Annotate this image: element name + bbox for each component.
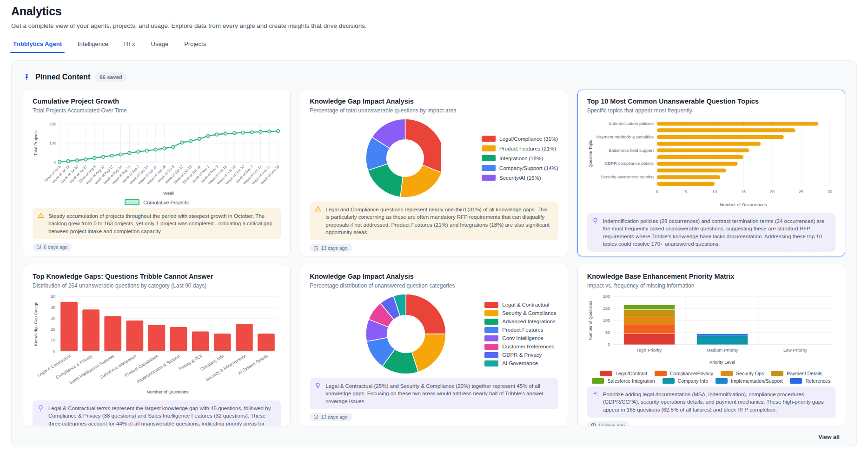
svg-text:Implementation & Support: Implementation & Support bbox=[136, 353, 181, 384]
svg-text:GDPR compliance details: GDPR compliance details bbox=[604, 161, 654, 166]
chart-legend: Legal/ContractCompliance/PrivacySecurity… bbox=[587, 371, 835, 384]
tab-usage[interactable]: Usage bbox=[151, 40, 169, 53]
svg-text:Question Topic: Question Topic bbox=[588, 140, 593, 168]
view-button[interactable] bbox=[783, 255, 798, 256]
timestamp-badge: 13 days ago bbox=[310, 413, 352, 421]
insight-text: Steady accumulation of projects througho… bbox=[48, 213, 272, 234]
pinned-content-panel: Pinned Content 66 saved Cumulative Proje… bbox=[11, 60, 857, 447]
svg-text:0: 0 bbox=[608, 342, 610, 347]
tab-intelligence[interactable]: Intelligence bbox=[78, 40, 108, 53]
timestamp-badge: 13 days ago bbox=[310, 244, 352, 252]
insight-text: Legal and Compliance questions represent… bbox=[325, 207, 549, 235]
bar-chart: 01020304050Legal & ContractualCompliance… bbox=[33, 293, 281, 398]
svg-text:25: 25 bbox=[799, 190, 803, 194]
donut-chart: Legal & ContractualSecurity & Compliance… bbox=[310, 293, 558, 375]
svg-text:Total Projects: Total Projects bbox=[33, 130, 38, 156]
card-footer: 13 days ago bbox=[310, 240, 558, 252]
card-subtitle: Distribution of 264 unanswerable questio… bbox=[33, 282, 281, 289]
svg-text:Low Priority: Low Priority bbox=[783, 347, 807, 353]
card-subtitle: Impact vs. frequency of missing informat… bbox=[587, 282, 835, 289]
svg-text:100: 100 bbox=[603, 318, 610, 323]
saved-count-badge: 66 saved bbox=[95, 72, 127, 82]
svg-text:200: 200 bbox=[49, 122, 56, 126]
insight-box: Prioritize adding legal documentation (M… bbox=[587, 386, 835, 418]
svg-text:Number of Questions: Number of Questions bbox=[147, 389, 189, 394]
lightbulb-icon bbox=[592, 217, 598, 226]
svg-text:0: 0 bbox=[656, 190, 658, 194]
tab-bar: Tribblytics Agent Intelligence RFx Usage… bbox=[11, 40, 857, 53]
svg-text:200: 200 bbox=[603, 294, 610, 299]
pinned-cards-grid: Cumulative Project Growth Total Projects… bbox=[23, 90, 845, 426]
card-actions bbox=[783, 255, 835, 256]
svg-text:30: 30 bbox=[51, 316, 55, 321]
insight-box: Indemnification policies (28 occurrences… bbox=[587, 213, 835, 252]
card-title: Knowledge Base Enhancement Priority Matr… bbox=[587, 273, 835, 280]
clock-icon bbox=[36, 244, 41, 249]
svg-text:High Priority: High Priority bbox=[636, 347, 661, 353]
clock-icon bbox=[591, 423, 596, 426]
card-subtitle: Percentage of total unanswerable questio… bbox=[310, 107, 558, 114]
card-knowledge-gap-impact-2: Knowledge Gap Impact Analysis Percentage… bbox=[300, 265, 568, 426]
analytics-page: Analytics Get a complete view of your ag… bbox=[0, 0, 868, 447]
card-top-knowledge-gaps: Top Knowledge Gaps: Questions Tribble Ca… bbox=[23, 265, 291, 426]
card-footer: 13 days ago bbox=[587, 252, 835, 256]
svg-text:100: 100 bbox=[49, 141, 56, 145]
tab-tribblytics-agent[interactable]: Tribblytics Agent bbox=[13, 40, 62, 53]
insight-text: Indemnification policies (28 occurrences… bbox=[603, 218, 824, 247]
clock-icon bbox=[313, 414, 318, 419]
chart-legend: Legal & ContractualSecurity & Compliance… bbox=[484, 302, 556, 366]
svg-text:50: 50 bbox=[51, 294, 55, 299]
timestamp-badge: 13 days ago bbox=[587, 421, 629, 426]
card-title: Knowledge Gap Impact Analysis bbox=[310, 98, 558, 105]
horizontal-bar-chart: 051015202530Indemnification policiesPaym… bbox=[587, 118, 835, 210]
card-title: Top 10 Most Common Unanswerable Question… bbox=[587, 98, 835, 105]
chart-legend: Cumulative Projects bbox=[33, 199, 281, 205]
svg-text:Pricing & ROI: Pricing & ROI bbox=[178, 353, 203, 371]
svg-text:Priority Level: Priority Level bbox=[709, 360, 735, 365]
svg-text:Number of Occurrences: Number of Occurrences bbox=[720, 202, 767, 207]
ai-insights-button[interactable] bbox=[802, 255, 817, 256]
svg-text:Salesforce field support: Salesforce field support bbox=[609, 148, 654, 153]
svg-text:5: 5 bbox=[684, 190, 687, 194]
svg-text:0: 0 bbox=[54, 160, 56, 164]
svg-text:150: 150 bbox=[603, 306, 610, 311]
insight-box: Steady accumulation of projects througho… bbox=[33, 208, 281, 239]
donut-chart: Legal/Compliance (31%)Product Features (… bbox=[310, 118, 558, 199]
page-title: Analytics bbox=[11, 5, 857, 18]
insight-box: Legal & Contractual (25%) and Security &… bbox=[310, 378, 558, 409]
warning-icon bbox=[38, 212, 44, 221]
card-footer: 13 days ago bbox=[587, 418, 835, 426]
svg-text:30: 30 bbox=[828, 190, 832, 194]
svg-text:Knowledge Gap Catego: Knowledge Gap Catego bbox=[33, 301, 38, 346]
lightbulb-icon bbox=[315, 382, 321, 391]
view-all-link[interactable]: View all bbox=[818, 434, 840, 440]
tab-projects[interactable]: Projects bbox=[184, 40, 206, 53]
svg-text:Salesforce Integration: Salesforce Integration bbox=[99, 353, 137, 379]
card-footer: 13 days ago bbox=[310, 409, 558, 421]
card-subtitle: Total Projects Accumulated Over Time bbox=[33, 107, 281, 114]
card-top10-unanswerable-topics[interactable]: Top 10 Most Common Unanswerable Question… bbox=[577, 90, 845, 256]
card-footer: 6 days ago bbox=[33, 239, 281, 251]
clock-icon bbox=[313, 246, 318, 251]
timestamp-badge: 6 days ago bbox=[33, 243, 72, 251]
svg-text:10: 10 bbox=[712, 190, 717, 194]
stacked-bar-chart: 050100150200High PriorityMedium Priority… bbox=[587, 293, 835, 384]
svg-text:40: 40 bbox=[51, 305, 55, 310]
svg-text:Number of Questions: Number of Questions bbox=[588, 301, 593, 340]
svg-text:Compliance & Privacy: Compliance & Privacy bbox=[55, 353, 93, 380]
svg-text:20: 20 bbox=[770, 190, 775, 194]
unpin-button[interactable] bbox=[821, 255, 835, 256]
insight-text: Legal & Contractual terms represent the … bbox=[48, 406, 271, 426]
legend-swatch bbox=[125, 199, 139, 205]
pinned-content-header: Pinned Content 66 saved bbox=[23, 70, 845, 84]
insight-box: Legal & Contractual terms represent the … bbox=[33, 400, 281, 426]
sparkles-icon bbox=[592, 391, 599, 399]
page-subtitle: Get a complete view of your agents, proj… bbox=[11, 22, 857, 29]
card-priority-matrix: Knowledge Base Enhancement Priority Matr… bbox=[577, 265, 845, 426]
card-knowledge-gap-impact-1: Knowledge Gap Impact Analysis Percentage… bbox=[300, 90, 568, 256]
svg-text:Security awareness training: Security awareness training bbox=[600, 175, 653, 179]
tab-rfx[interactable]: RFx bbox=[124, 40, 135, 53]
insight-text: Prioritize adding legal documentation (M… bbox=[603, 392, 824, 412]
insight-box: Legal and Compliance questions represent… bbox=[310, 202, 558, 240]
svg-text:Medium Priority: Medium Priority bbox=[706, 347, 738, 353]
